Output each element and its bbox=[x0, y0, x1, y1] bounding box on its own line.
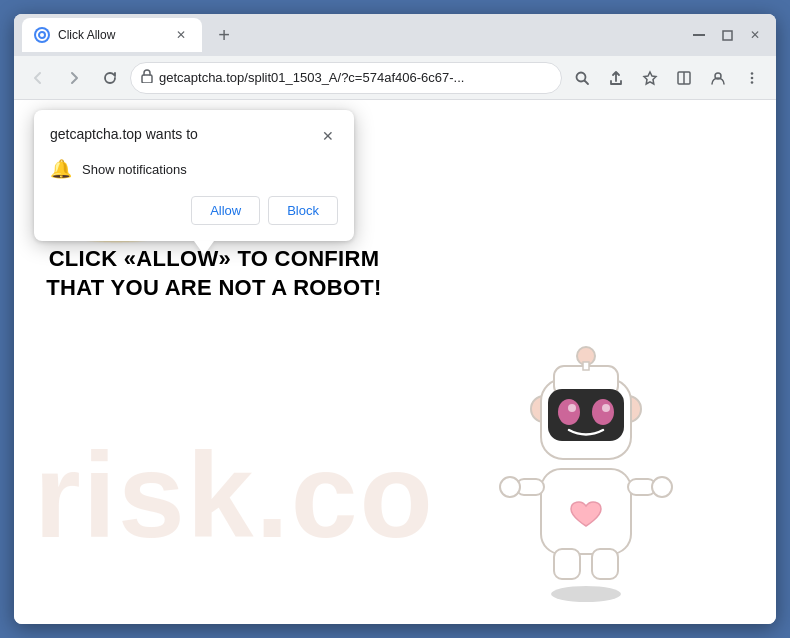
title-bar: Click Allow ✕ + ✕ bbox=[14, 14, 776, 56]
back-button[interactable] bbox=[22, 62, 54, 94]
watermark-text: risk.co bbox=[34, 426, 435, 564]
svg-point-11 bbox=[751, 72, 754, 75]
svg-point-29 bbox=[568, 404, 576, 412]
page-main-text: CLICK «ALLOW» TO CONFIRM THAT YOU ARE NO… bbox=[44, 245, 384, 302]
page-content: 🔔 risk.co getcaptcha.top wants to ✕ 🔔 Sh… bbox=[14, 100, 776, 624]
block-button[interactable]: Block bbox=[268, 196, 338, 225]
svg-rect-3 bbox=[723, 31, 732, 40]
svg-line-6 bbox=[585, 80, 589, 84]
search-icon-btn[interactable] bbox=[566, 62, 598, 94]
browser-tab[interactable]: Click Allow ✕ bbox=[22, 18, 202, 52]
share-icon-btn[interactable] bbox=[600, 62, 632, 94]
popup-title: getcaptcha.top wants to bbox=[50, 126, 198, 142]
popup-tail bbox=[194, 241, 214, 255]
permission-text: Show notifications bbox=[82, 162, 187, 177]
close-button[interactable]: ✕ bbox=[742, 22, 768, 48]
svg-rect-2 bbox=[693, 34, 705, 36]
popup-header: getcaptcha.top wants to ✕ bbox=[50, 126, 338, 146]
minimize-button[interactable] bbox=[686, 22, 712, 48]
bell-icon: 🔔 bbox=[50, 158, 72, 180]
svg-rect-4 bbox=[142, 75, 152, 83]
bookmark-icon-btn[interactable] bbox=[634, 62, 666, 94]
forward-button[interactable] bbox=[58, 62, 90, 94]
tab-title: Click Allow bbox=[58, 28, 164, 42]
popup-close-button[interactable]: ✕ bbox=[318, 126, 338, 146]
svg-point-19 bbox=[652, 477, 672, 497]
allow-button[interactable]: Allow bbox=[191, 196, 260, 225]
svg-point-14 bbox=[551, 586, 621, 602]
svg-point-30 bbox=[602, 404, 610, 412]
lock-icon bbox=[141, 69, 153, 86]
profile-icon-btn[interactable] bbox=[702, 62, 734, 94]
maximize-button[interactable] bbox=[714, 22, 740, 48]
svg-point-17 bbox=[500, 477, 520, 497]
refresh-button[interactable] bbox=[94, 62, 126, 94]
svg-point-13 bbox=[751, 81, 754, 84]
svg-point-1 bbox=[40, 33, 44, 37]
svg-rect-31 bbox=[554, 549, 580, 579]
new-tab-button[interactable]: + bbox=[210, 21, 238, 49]
url-text: getcaptcha.top/split01_1503_A/?c=574af40… bbox=[159, 70, 551, 85]
split-view-btn[interactable] bbox=[668, 62, 700, 94]
window-controls: ✕ bbox=[686, 22, 768, 48]
popup-buttons: Allow Block bbox=[50, 196, 338, 225]
svg-rect-25 bbox=[583, 362, 589, 370]
svg-point-27 bbox=[558, 399, 580, 425]
tab-favicon bbox=[34, 27, 50, 43]
robot-character bbox=[476, 324, 696, 604]
svg-point-12 bbox=[751, 76, 754, 79]
svg-marker-7 bbox=[644, 72, 656, 84]
browser-window: Click Allow ✕ + ✕ getcaptcha bbox=[14, 14, 776, 624]
popup-permission-row: 🔔 Show notifications bbox=[50, 158, 338, 180]
notification-popup: getcaptcha.top wants to ✕ 🔔 Show notific… bbox=[34, 110, 354, 241]
svg-rect-32 bbox=[592, 549, 618, 579]
menu-icon-btn[interactable] bbox=[736, 62, 768, 94]
address-bar[interactable]: getcaptcha.top/split01_1503_A/?c=574af40… bbox=[130, 62, 562, 94]
nav-bar: getcaptcha.top/split01_1503_A/?c=574af40… bbox=[14, 56, 776, 100]
tab-close-button[interactable]: ✕ bbox=[172, 26, 190, 44]
svg-point-28 bbox=[592, 399, 614, 425]
nav-right-icons bbox=[566, 62, 768, 94]
